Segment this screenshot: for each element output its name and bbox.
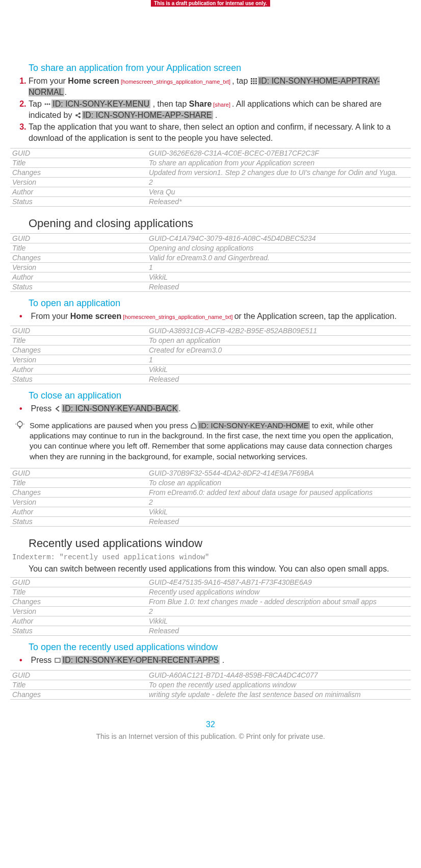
text: From your	[29, 77, 68, 85]
text: Press	[31, 404, 54, 413]
meta-table-4: GUIDGUID-370B9F32-5544-4DA2-8DF2-414E9A7…	[10, 468, 411, 527]
ref-tag: [homescreen_strings_application_name_txt…	[119, 79, 232, 85]
svg-rect-3	[251, 81, 252, 82]
meta-val: GUID-4E475135-9A16-4587-AB71-F73F430BE6A…	[147, 578, 411, 587]
icon-id-recent: ID: ICN-SONY-KEY-OPEN-RECENT-APPS	[62, 656, 220, 664]
meta-key: Title	[10, 587, 147, 597]
meta-key: Author	[10, 272, 147, 282]
section-title-recent-window: Recently used applications window	[29, 537, 411, 550]
meta-key: Author	[10, 616, 147, 626]
page-number: 32	[10, 720, 411, 729]
bullets-close-app: Press ID: ICN-SONY-KEY-AND-BACK.	[10, 403, 411, 414]
steps-share-app: From your Home screen [homescreen_string…	[10, 76, 411, 144]
body-paragraph: You can switch between recently used app…	[29, 563, 406, 575]
meta-val: Released*	[147, 196, 411, 206]
meta-key: Version	[10, 262, 147, 272]
svg-rect-7	[253, 83, 254, 84]
meta-val: 2	[147, 497, 411, 507]
icon-id-menu: ID: ICN-SONY-KEY-MENU	[51, 100, 150, 108]
meta-key: GUID	[10, 468, 147, 478]
meta-val: Released	[147, 282, 411, 291]
meta-key: GUID	[10, 233, 147, 243]
meta-val: 2	[147, 607, 411, 616]
meta-table-3: GUIDGUID-A38931CB-ACFB-42B2-B95E-852ABB0…	[10, 326, 411, 384]
meta-key: Version	[10, 355, 147, 365]
meta-key: Changes	[10, 345, 147, 355]
meta-key: Changes	[10, 487, 147, 497]
meta-table-5: GUIDGUID-4E475135-9A16-4587-AB71-F73F430…	[10, 577, 411, 636]
svg-rect-8	[255, 83, 257, 84]
meta-val: VikkiL	[147, 507, 411, 516]
text: From your	[31, 312, 70, 320]
svg-rect-23	[55, 658, 60, 662]
bullet-item: From your Home screen [homescreen_string…	[29, 311, 406, 322]
meta-key: Status	[10, 375, 147, 384]
text: .	[178, 404, 180, 413]
meta-val: Vera Qu	[147, 187, 411, 196]
meta-val: 2	[147, 177, 411, 187]
footer-note: This is an Internet version of this publ…	[10, 732, 411, 746]
meta-val: VikkiL	[147, 365, 411, 375]
meta-key: Title	[10, 478, 147, 487]
menu-icon	[44, 100, 51, 107]
bullets-open-app: From your Home screen [homescreen_string…	[10, 311, 411, 322]
text: .	[220, 656, 224, 664]
apptray-icon	[250, 77, 257, 84]
section-title-close-app: To close an application	[29, 390, 411, 401]
section-title-share-app: To share an application from your Applic…	[29, 63, 411, 73]
tip-block: Some applications are paused when you pr…	[10, 418, 411, 464]
meta-val: VikkiL	[147, 272, 411, 282]
meta-val: 1	[147, 262, 411, 272]
page-content: To share an application from your Applic…	[0, 7, 421, 756]
bullets-open-recent: Press ID: ICN-SONY-KEY-OPEN-RECENT-APPS …	[10, 655, 411, 666]
ref-tag: [share]	[212, 102, 232, 108]
meta-key: GUID	[10, 148, 147, 158]
indexterm: Indexterm: "recently used applications w…	[12, 553, 411, 561]
meta-table-6: GUIDGUID-A60AC121-B7D1-4A48-859B-F8CA4DC…	[10, 670, 411, 700]
meta-val: GUID-3626E628-C31A-4C0E-BCEC-07EB17CF2C3…	[147, 148, 411, 158]
home-screen-label: Home screen	[70, 312, 122, 320]
meta-val: GUID-A38931CB-ACFB-42B2-B95E-852ABB09E51…	[147, 326, 411, 336]
meta-val: To open the recently used applications w…	[147, 680, 411, 689]
ref-tag: [homescreen_strings_application_name_txt…	[121, 314, 234, 320]
meta-val: Updated from version1. Step 2 changes du…	[147, 167, 411, 177]
meta-key: Changes	[10, 597, 147, 607]
share-icon	[74, 111, 82, 118]
meta-val: GUID-A60AC121-B7D1-4A48-859B-F8CA4DC4C07…	[147, 670, 411, 680]
meta-val: Released	[147, 626, 411, 636]
svg-point-10	[47, 104, 48, 105]
meta-key: Title	[10, 158, 147, 167]
text: .	[64, 88, 66, 96]
meta-table-1: GUIDGUID-3626E628-C31A-4C0E-BCEC-07EB17C…	[10, 148, 411, 207]
back-icon	[54, 404, 61, 411]
meta-table-2: GUIDGUID-C41A794C-3079-4816-A08C-45D4DBE…	[10, 233, 411, 292]
draft-banner: This is a draft publication for internal…	[151, 0, 270, 7]
meta-val: From eDream6.0: added text about data us…	[147, 487, 411, 497]
meta-key: Version	[10, 607, 147, 616]
text: , tap	[232, 77, 250, 85]
bullet-item: Press ID: ICN-SONY-KEY-AND-BACK.	[29, 403, 406, 414]
text: .	[213, 111, 218, 119]
meta-key: Author	[10, 365, 147, 375]
svg-rect-5	[255, 81, 257, 82]
lightbulb-icon	[15, 420, 24, 462]
svg-rect-4	[253, 81, 254, 82]
text: Tap	[29, 100, 44, 108]
icon-id-share: ID: ICN-SONY-HOME-APP-SHARE	[82, 111, 213, 119]
svg-rect-6	[251, 83, 252, 84]
meta-key: Status	[10, 516, 147, 526]
meta-key: Title	[10, 680, 147, 689]
meta-val: To open an application	[147, 336, 411, 345]
meta-val: Recently used applications window	[147, 587, 411, 597]
share-label: Share	[189, 100, 212, 108]
meta-val: To close an application	[147, 478, 411, 487]
home-icon	[190, 421, 197, 429]
meta-key: Author	[10, 187, 147, 196]
meta-key: Status	[10, 196, 147, 206]
step-2: Tap ID: ICN-SONY-KEY-MENU , then tap Sha…	[29, 98, 406, 120]
svg-rect-0	[251, 78, 252, 80]
section-title-open-app: To open an application	[29, 298, 411, 309]
section-title-open-recent: To open the recently used applications w…	[29, 642, 411, 653]
meta-val: 1	[147, 355, 411, 365]
meta-val: From Blue 1.0: text changes made - added…	[147, 597, 411, 607]
